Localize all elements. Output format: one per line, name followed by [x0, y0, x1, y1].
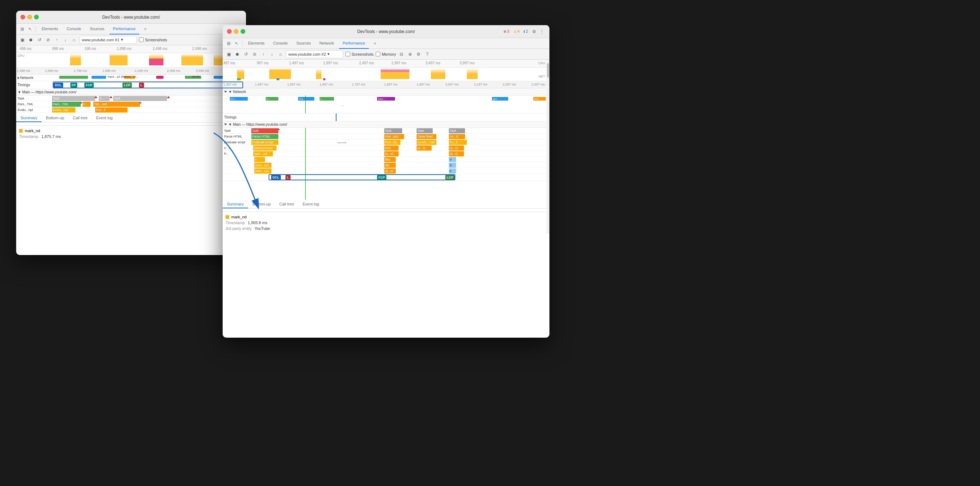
tab-console-1[interactable]: Console: [63, 24, 85, 35]
error-badge-yellow-2: ⚠ 4: [512, 29, 521, 34]
screenshots-checkbox-2[interactable]: [345, 52, 350, 56]
parse2-bar3: Timer fired: [417, 134, 436, 139]
download-icon-1[interactable]: ↓: [62, 37, 68, 43]
memory-check-2[interactable]: Memory: [375, 52, 396, 56]
task2-bar4: Task: [449, 128, 465, 133]
memory-checkbox-2[interactable]: [375, 52, 380, 56]
settings-icon-b-2[interactable]: ⚙: [415, 51, 422, 57]
tab-elements-2[interactable]: Elements: [245, 38, 268, 49]
p-bar1: (ano...us): [253, 151, 273, 156]
settings-icon-2[interactable]: ⚙: [531, 29, 537, 35]
record-icon-2[interactable]: ⏺: [234, 51, 240, 57]
screenshots-check-1[interactable]: Screenshots: [139, 37, 167, 42]
close-button-1[interactable]: [21, 15, 25, 19]
arrow-indicator: ——›: [337, 140, 346, 144]
tab-summary-2[interactable]: Summary: [223, 201, 248, 208]
network-throttle-icon-2[interactable]: ⊟: [398, 51, 405, 57]
tab-bottomup-1[interactable]: Bottom-up: [41, 114, 68, 122]
eval2-bar2: Run...ks: [384, 140, 400, 145]
net-req-5: advi...: [377, 97, 395, 100]
eval-bar-2: Fun...ll: [95, 107, 127, 112]
screenshots-check-2[interactable]: Screenshots: [345, 52, 374, 56]
minimize-button-1[interactable]: [27, 15, 32, 19]
cpu-bar2-3: [316, 68, 321, 79]
ano2-bar1: (ano...us): [254, 169, 272, 174]
record-icon-1[interactable]: ⏺: [28, 37, 34, 43]
summary-tabs-2: Summary Bottom-up Call tree Event log: [223, 201, 549, 209]
dock-icon-2[interactable]: ⊞: [226, 40, 232, 47]
reload-icon-1[interactable]: ↺: [36, 37, 43, 43]
toolbar2-1: ▣ ⏺ ↺ ⊘ ↑ ↓ ⌂ www.youtube.com #1 ▾ Scree…: [16, 35, 246, 45]
tab-more-1[interactable]: »: [141, 24, 150, 35]
parse2-bar4: An...d: [449, 134, 465, 139]
tab-calltree-1[interactable]: Call tree: [68, 114, 92, 122]
sidebar-icon-1[interactable]: ▣: [19, 37, 25, 43]
tab-network-2[interactable]: Network: [316, 38, 337, 49]
inspect-icon-1[interactable]: ↖: [27, 26, 33, 32]
sidebar-icon-2[interactable]: ▣: [226, 51, 232, 57]
tab-more-2[interactable]: »: [370, 38, 380, 49]
reload-icon-2[interactable]: ↺: [243, 51, 249, 57]
flame-row-parse-1: Pars...TML Pars...TML F... Tim...red: [16, 101, 246, 107]
download-icon-2[interactable]: ↓: [269, 51, 275, 57]
tab-elements-1[interactable]: Elements: [38, 24, 62, 35]
net-bar-1: [59, 76, 88, 79]
screenshots-checkbox-1[interactable]: [139, 37, 144, 42]
time-mark2-7: 2,598 ms: [196, 69, 209, 73]
green-vert-line-flame-2: [305, 128, 305, 200]
tab-performance-2[interactable]: Performance: [339, 38, 369, 49]
time-mark2-4: 1,998 ms: [102, 69, 116, 73]
dock-icon-1[interactable]: ⊞: [19, 26, 25, 32]
minimize-button-2[interactable]: [234, 29, 239, 34]
flame-chart-2: Task Task Task Task Task Parse HTML Pars…: [223, 128, 549, 200]
tab-sources-2[interactable]: Sources: [293, 38, 314, 49]
tm2-1: 497 ms: [223, 61, 235, 65]
network-triangle-1: [18, 76, 19, 80]
time-mark2-1: 1,398 ms: [17, 69, 30, 73]
home-icon-2[interactable]: ⌂: [277, 51, 284, 57]
tab-bottomup-2[interactable]: Bottom-up: [248, 201, 275, 208]
upload-icon-2[interactable]: ↑: [260, 51, 266, 57]
flame-row-task-2: Task Task Task Task Task: [223, 128, 549, 134]
tab-summary-1[interactable]: Summary: [16, 114, 41, 122]
url-bar-1[interactable]: www.youtube.com #1 ▾: [80, 36, 137, 44]
task2-bar1: Task: [251, 128, 278, 133]
net-bar2-3: [323, 78, 325, 80]
more-icon-2[interactable]: ⋮: [539, 29, 545, 35]
devtools-window-1: DevTools - www.youtube.com/ ⊞ ↖ Elements…: [16, 11, 246, 255]
flame-row-task-1: Task Task T... Task: [16, 96, 246, 101]
tab-console-2[interactable]: Console: [270, 38, 291, 49]
scrollbar-2[interactable]: [547, 60, 549, 233]
close-button-2[interactable]: [227, 29, 232, 34]
ano-bar3: S: [449, 163, 456, 168]
maximize-button-1[interactable]: [34, 15, 39, 19]
upload-icon-1[interactable]: ↑: [54, 37, 60, 43]
help-icon-2[interactable]: ?: [424, 51, 431, 57]
summary-tabs-1: Summary Bottom-up Call tree Event log: [16, 114, 246, 123]
fl-v-content: v $ka V: [251, 157, 549, 162]
tab-performance-1[interactable]: Performance: [110, 24, 139, 35]
tab-calltree-2[interactable]: Call tree: [275, 201, 298, 208]
tab-eventlog-2[interactable]: Event log: [298, 201, 323, 208]
timings-label-1: Timings: [16, 83, 52, 87]
tm3-8: 2,097 ms: [445, 83, 458, 86]
inspect-icon-2[interactable]: ↖: [234, 40, 240, 47]
url-bar-2[interactable]: www.youtube.com #2 ▾: [286, 50, 343, 58]
net-bar-6: [214, 76, 223, 79]
stop-icon-1[interactable]: ⊘: [45, 37, 51, 43]
flame-label-task-1: Task: [16, 97, 52, 100]
tab-eventlog-1[interactable]: Event log: [92, 114, 117, 122]
maximize-button-2[interactable]: [240, 29, 245, 34]
time-ruler-top-1: 498 ms 998 ms 198 ms 1,998 ms 2,498 ms 2…: [16, 45, 246, 53]
main-triangle-2: [224, 124, 227, 125]
home-icon-1[interactable]: ⌂: [71, 37, 77, 43]
url-dropdown-1[interactable]: ▾: [121, 37, 123, 42]
cpu-throttle-icon-2[interactable]: ⊕: [407, 51, 413, 57]
scrollbar-thumb-2[interactable]: [547, 63, 549, 78]
tab-sources-1[interactable]: Sources: [86, 24, 108, 35]
stop-icon-2[interactable]: ⊘: [251, 51, 258, 57]
url-dropdown-2[interactable]: ▾: [328, 52, 330, 56]
v-bar3: V: [449, 157, 456, 162]
cpu-bar2-1: [237, 68, 244, 79]
error-badge-red-2: ⊗ 3: [502, 29, 511, 34]
